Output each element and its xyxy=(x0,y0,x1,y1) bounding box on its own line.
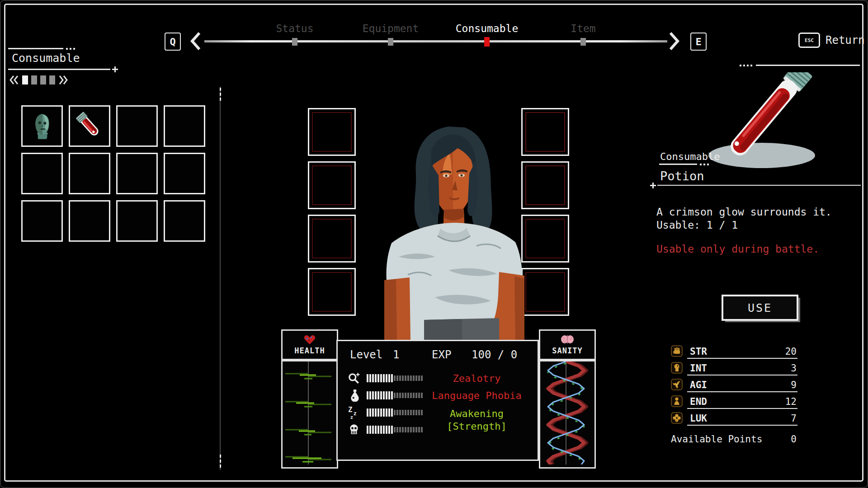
character-portrait xyxy=(381,121,526,340)
battle-slot[interactable] xyxy=(521,108,569,156)
stat-abbr-luk: LUK xyxy=(690,413,707,424)
right-header-line xyxy=(756,65,860,66)
battle-slot[interactable] xyxy=(308,108,356,156)
left-header-dots xyxy=(66,48,75,50)
inventory-slot-10[interactable] xyxy=(69,200,110,242)
inventory-slot-4[interactable] xyxy=(164,105,205,147)
left-panel-title: Consumable xyxy=(12,52,80,65)
use-button[interactable]: USE xyxy=(722,295,798,321)
svg-text:Z: Z xyxy=(348,406,352,414)
tab-equipment[interactable]: Equipment xyxy=(363,23,419,34)
available-points-label: Available Points xyxy=(671,434,762,445)
status-bar-empty xyxy=(394,393,423,398)
status-bar-filled xyxy=(367,408,393,417)
status-effect: [Strength] xyxy=(419,421,534,432)
head-icon xyxy=(671,362,683,374)
sanity-panel-header: SANITY xyxy=(539,329,596,360)
return-control[interactable]: ESC Return xyxy=(798,33,865,48)
battle-slot[interactable] xyxy=(308,161,356,209)
name-line-marker xyxy=(650,183,656,188)
stat-abbr-agi: AGI xyxy=(690,380,707,390)
page-indicator[interactable] xyxy=(22,75,28,84)
inventory-slot-8[interactable] xyxy=(164,153,205,194)
sleep-icon: Z z z xyxy=(348,406,361,420)
page-selector xyxy=(9,75,68,85)
available-points-value: 0 xyxy=(760,434,797,445)
category-underline xyxy=(659,164,697,165)
return-label: Return xyxy=(826,34,865,47)
health-panel-header: HEALTH xyxy=(281,329,338,360)
page-indicator[interactable] xyxy=(49,75,55,84)
status-bar-empty xyxy=(394,410,423,415)
page-indicator[interactable] xyxy=(40,75,46,84)
tab-item[interactable]: Item xyxy=(571,23,595,34)
tab-consumable[interactable]: Consumable xyxy=(456,23,518,34)
nav-prev-chevron-icon[interactable] xyxy=(190,32,202,51)
tab-rail xyxy=(204,40,667,42)
battle-slot[interactable] xyxy=(521,215,569,263)
clover-icon xyxy=(671,412,683,424)
right-header-dots xyxy=(740,65,752,66)
sanity-label: SANITY xyxy=(552,346,582,355)
svg-text:z: z xyxy=(354,410,357,417)
inventory-slot-3[interactable] xyxy=(116,105,158,147)
item-description-line2: Usable: 1 / 1 xyxy=(656,219,738,231)
swirl-icon xyxy=(671,379,683,390)
level-label: Level xyxy=(350,348,382,361)
blood-vial-icon xyxy=(75,111,104,141)
status-bar-filled xyxy=(367,391,393,399)
inventory-slot-6[interactable] xyxy=(69,153,110,194)
status-effect: Zealotry xyxy=(419,373,534,384)
inventory-slot-12[interactable] xyxy=(164,200,205,242)
battle-slot[interactable] xyxy=(521,161,569,209)
exp-value: 100 / 0 xyxy=(472,348,517,361)
inventory-slot-11[interactable] xyxy=(116,200,158,242)
inventory-slot-5[interactable] xyxy=(21,153,63,194)
stat-value-str: 20 xyxy=(760,346,797,357)
page-next-icon[interactable] xyxy=(58,75,68,85)
inventory-grid xyxy=(21,105,205,242)
battle-slot-column-right xyxy=(521,108,569,316)
item-description-line1: A crimson glow surrounds it. xyxy=(656,206,832,218)
status-effect: Awakening xyxy=(419,408,534,419)
item-name: Potion xyxy=(660,169,704,183)
inventory-slot-9[interactable] xyxy=(21,200,63,242)
status-bar-empty xyxy=(394,375,423,381)
battle-slot[interactable] xyxy=(308,268,356,316)
stat-value-end: 12 xyxy=(760,396,797,407)
line-end-marker xyxy=(112,66,118,72)
stat-value-agi: 9 xyxy=(760,380,797,390)
fist-icon xyxy=(671,345,683,357)
tab-marker-item xyxy=(580,38,586,46)
battle-slot[interactable] xyxy=(308,215,356,263)
stat-abbr-int: INT xyxy=(690,363,707,374)
level-value: 1 xyxy=(393,348,399,361)
tab-marker-status xyxy=(292,38,297,46)
page-prev-icon[interactable] xyxy=(9,75,19,85)
character-info-panel: Level 1 EXP 100 / 0 Z z z Zealotry Langu… xyxy=(336,340,539,461)
stat-value-int: 3 xyxy=(760,363,797,374)
skull-icon xyxy=(348,423,360,436)
battle-slot[interactable] xyxy=(521,268,569,316)
exp-label: EXP xyxy=(432,348,451,361)
item-warning: Usable only during battle. xyxy=(656,243,819,255)
inventory-slot-2[interactable] xyxy=(69,105,110,147)
e-key-button[interactable]: E xyxy=(690,33,707,51)
tab-status[interactable]: Status xyxy=(276,23,313,34)
stat-abbr-end: END xyxy=(690,396,707,407)
page-indicator[interactable] xyxy=(31,75,37,84)
q-key-button[interactable]: Q xyxy=(165,33,181,51)
heart-icon xyxy=(303,334,316,345)
category-underline-dots xyxy=(700,164,709,165)
status-bar-filled xyxy=(367,426,393,434)
inventory-slot-1[interactable] xyxy=(21,105,63,147)
status-bar-filled xyxy=(367,374,393,382)
figure-icon xyxy=(671,395,683,407)
left-header-line-bottom xyxy=(8,69,110,70)
potion-artwork xyxy=(698,72,868,178)
magnifier-icon xyxy=(348,372,360,385)
inventory-slot-7[interactable] xyxy=(116,153,158,194)
item-category: Consumable xyxy=(660,151,720,162)
nav-next-chevron-icon[interactable] xyxy=(668,32,680,51)
sanity-graph xyxy=(539,360,596,469)
